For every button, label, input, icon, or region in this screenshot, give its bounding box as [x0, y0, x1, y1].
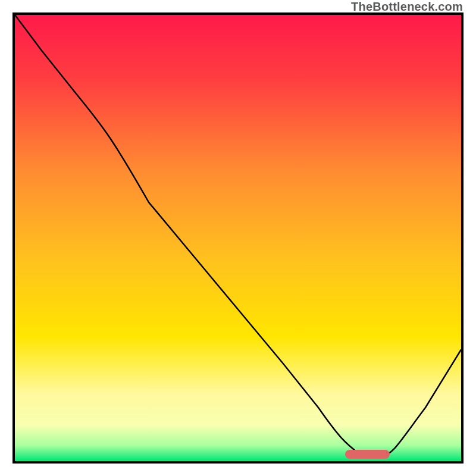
bottleneck-curve	[15, 15, 461, 457]
curve-layer	[15, 15, 461, 461]
plot-area	[12, 12, 464, 464]
optimal-range-bar	[345, 450, 390, 459]
attribution-label: TheBottleneck.com	[351, 0, 463, 14]
chart-frame: TheBottleneck.com	[0, 0, 476, 476]
